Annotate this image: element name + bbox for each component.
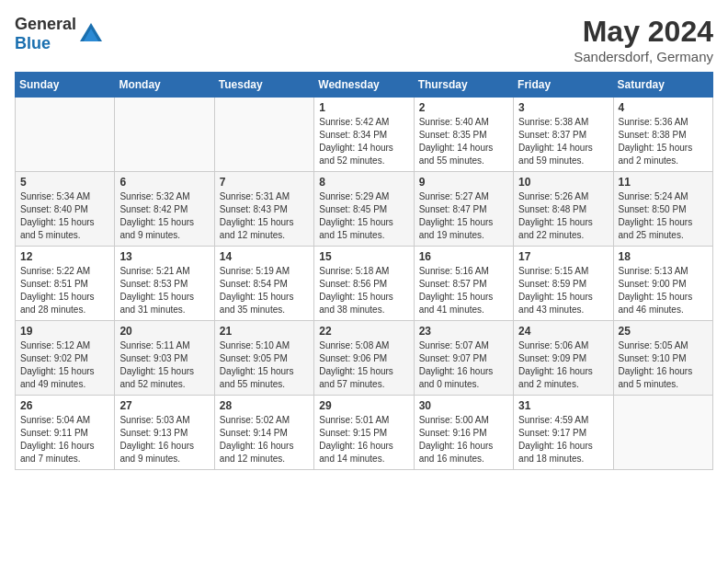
day-info: Sunrise: 5:13 AM Sunset: 9:00 PM Dayligh… [619, 265, 708, 316]
day-number: 23 [419, 325, 508, 338]
day-info: Sunrise: 5:34 AM Sunset: 8:40 PM Dayligh… [20, 190, 109, 242]
day-cell: 27Sunrise: 5:03 AM Sunset: 9:13 PM Dayli… [115, 396, 214, 470]
day-cell: 10Sunrise: 5:26 AM Sunset: 8:48 PM Dayli… [514, 172, 613, 247]
day-cell: 13Sunrise: 5:21 AM Sunset: 8:53 PM Dayli… [115, 247, 214, 321]
week-row-5: 26Sunrise: 5:04 AM Sunset: 9:11 PM Dayli… [16, 396, 713, 470]
day-number: 24 [518, 325, 608, 338]
day-info: Sunrise: 5:26 AM Sunset: 8:48 PM Dayligh… [518, 190, 608, 242]
weekday-header-sunday: Sunday [16, 73, 115, 98]
weekday-header-wednesday: Wednesday [314, 73, 414, 98]
day-number: 8 [319, 176, 408, 189]
day-info: Sunrise: 5:42 AM Sunset: 8:34 PM Dayligh… [319, 116, 408, 167]
day-cell: 17Sunrise: 5:15 AM Sunset: 8:59 PM Dayli… [514, 247, 613, 321]
day-info: Sunrise: 5:36 AM Sunset: 8:38 PM Dayligh… [619, 116, 708, 167]
day-info: Sunrise: 5:38 AM Sunset: 8:37 PM Dayligh… [518, 116, 608, 167]
day-number: 17 [518, 250, 608, 263]
day-number: 6 [119, 176, 209, 189]
calendar-title: May 2024 [574, 15, 713, 49]
day-cell: 26Sunrise: 5:04 AM Sunset: 9:11 PM Dayli… [16, 396, 115, 470]
day-cell: 1Sunrise: 5:42 AM Sunset: 8:34 PM Daylig… [314, 98, 414, 172]
logo-blue: Blue [15, 34, 51, 52]
day-info: Sunrise: 5:05 AM Sunset: 9:10 PM Dayligh… [619, 339, 708, 391]
day-number: 4 [619, 101, 708, 114]
day-cell: 9Sunrise: 5:27 AM Sunset: 8:47 PM Daylig… [414, 172, 513, 247]
day-cell: 5Sunrise: 5:34 AM Sunset: 8:40 PM Daylig… [16, 172, 115, 247]
day-number: 20 [119, 325, 209, 338]
day-cell: 29Sunrise: 5:01 AM Sunset: 9:15 PM Dayli… [314, 396, 414, 470]
day-info: Sunrise: 5:06 AM Sunset: 9:09 PM Dayligh… [518, 339, 608, 391]
day-cell: 3Sunrise: 5:38 AM Sunset: 8:37 PM Daylig… [514, 98, 613, 172]
day-cell: 12Sunrise: 5:22 AM Sunset: 8:51 PM Dayli… [16, 247, 115, 321]
weekday-header-row: SundayMondayTuesdayWednesdayThursdayFrid… [16, 73, 713, 98]
day-cell: 15Sunrise: 5:18 AM Sunset: 8:56 PM Dayli… [314, 247, 414, 321]
day-cell [613, 396, 712, 470]
week-row-1: 1Sunrise: 5:42 AM Sunset: 8:34 PM Daylig… [16, 98, 713, 172]
day-number: 11 [619, 176, 708, 189]
calendar-location: Sandersdorf, Germany [574, 49, 713, 64]
day-number: 18 [619, 250, 708, 263]
day-cell: 16Sunrise: 5:16 AM Sunset: 8:57 PM Dayli… [414, 247, 513, 321]
day-cell: 19Sunrise: 5:12 AM Sunset: 9:02 PM Dayli… [16, 321, 115, 396]
week-row-4: 19Sunrise: 5:12 AM Sunset: 9:02 PM Dayli… [16, 321, 713, 396]
day-info: Sunrise: 5:01 AM Sunset: 9:15 PM Dayligh… [319, 414, 408, 465]
day-info: Sunrise: 5:22 AM Sunset: 8:51 PM Dayligh… [20, 265, 109, 316]
day-info: Sunrise: 5:10 AM Sunset: 9:05 PM Dayligh… [220, 339, 309, 391]
day-number: 26 [20, 399, 109, 412]
day-info: Sunrise: 5:21 AM Sunset: 8:53 PM Dayligh… [119, 265, 209, 316]
day-info: Sunrise: 5:07 AM Sunset: 9:07 PM Dayligh… [419, 339, 508, 391]
weekday-header-thursday: Thursday [414, 73, 513, 98]
week-row-3: 12Sunrise: 5:22 AM Sunset: 8:51 PM Dayli… [16, 247, 713, 321]
day-info: Sunrise: 5:19 AM Sunset: 8:54 PM Dayligh… [220, 265, 309, 316]
day-number: 10 [518, 176, 608, 189]
day-number: 31 [518, 399, 608, 412]
day-cell [214, 98, 313, 172]
day-cell: 2Sunrise: 5:40 AM Sunset: 8:35 PM Daylig… [414, 98, 513, 172]
day-cell: 24Sunrise: 5:06 AM Sunset: 9:09 PM Dayli… [514, 321, 613, 396]
day-cell: 31Sunrise: 4:59 AM Sunset: 9:17 PM Dayli… [514, 396, 613, 470]
day-number: 16 [419, 250, 508, 263]
day-cell: 28Sunrise: 5:02 AM Sunset: 9:14 PM Dayli… [214, 396, 313, 470]
day-cell: 7Sunrise: 5:31 AM Sunset: 8:43 PM Daylig… [214, 172, 313, 247]
day-number: 15 [319, 250, 408, 263]
day-info: Sunrise: 5:16 AM Sunset: 8:57 PM Dayligh… [419, 265, 508, 316]
day-cell: 30Sunrise: 5:00 AM Sunset: 9:16 PM Dayli… [414, 396, 513, 470]
weekday-header-saturday: Saturday [613, 73, 712, 98]
day-info: Sunrise: 5:11 AM Sunset: 9:03 PM Dayligh… [119, 339, 209, 391]
day-cell: 22Sunrise: 5:08 AM Sunset: 9:06 PM Dayli… [314, 321, 414, 396]
day-info: Sunrise: 5:00 AM Sunset: 9:16 PM Dayligh… [419, 414, 508, 465]
day-info: Sunrise: 5:31 AM Sunset: 8:43 PM Dayligh… [220, 190, 309, 242]
day-info: Sunrise: 5:27 AM Sunset: 8:47 PM Dayligh… [419, 190, 508, 242]
day-number: 3 [518, 101, 608, 114]
day-number: 5 [20, 176, 109, 189]
day-number: 19 [20, 325, 109, 338]
day-number: 28 [220, 399, 309, 412]
day-number: 22 [319, 325, 408, 338]
day-number: 7 [220, 176, 309, 189]
weekday-header-monday: Monday [115, 73, 214, 98]
day-info: Sunrise: 5:03 AM Sunset: 9:13 PM Dayligh… [119, 414, 209, 465]
day-cell: 20Sunrise: 5:11 AM Sunset: 9:03 PM Dayli… [115, 321, 214, 396]
day-cell: 11Sunrise: 5:24 AM Sunset: 8:50 PM Dayli… [613, 172, 712, 247]
day-number: 12 [20, 250, 109, 263]
weekday-header-tuesday: Tuesday [214, 73, 313, 98]
day-info: Sunrise: 5:29 AM Sunset: 8:45 PM Dayligh… [319, 190, 408, 242]
logo-icon [78, 21, 104, 47]
page-header: General Blue May 2024 Sandersdorf, Germa… [15, 15, 713, 64]
day-number: 1 [319, 101, 408, 114]
day-cell: 23Sunrise: 5:07 AM Sunset: 9:07 PM Dayli… [414, 321, 513, 396]
day-info: Sunrise: 5:40 AM Sunset: 8:35 PM Dayligh… [419, 116, 508, 167]
day-info: Sunrise: 5:12 AM Sunset: 9:02 PM Dayligh… [20, 339, 109, 391]
title-block: May 2024 Sandersdorf, Germany [574, 15, 713, 64]
day-cell: 18Sunrise: 5:13 AM Sunset: 9:00 PM Dayli… [613, 247, 712, 321]
week-row-2: 5Sunrise: 5:34 AM Sunset: 8:40 PM Daylig… [16, 172, 713, 247]
day-number: 25 [619, 325, 708, 338]
day-number: 21 [220, 325, 309, 338]
day-number: 29 [319, 399, 408, 412]
day-info: Sunrise: 5:08 AM Sunset: 9:06 PM Dayligh… [319, 339, 408, 391]
logo: General Blue [15, 15, 104, 53]
day-info: Sunrise: 4:59 AM Sunset: 9:17 PM Dayligh… [518, 414, 608, 465]
day-number: 14 [220, 250, 309, 263]
logo-text: General Blue [15, 15, 76, 53]
day-info: Sunrise: 5:02 AM Sunset: 9:14 PM Dayligh… [220, 414, 309, 465]
weekday-header-friday: Friday [514, 73, 613, 98]
